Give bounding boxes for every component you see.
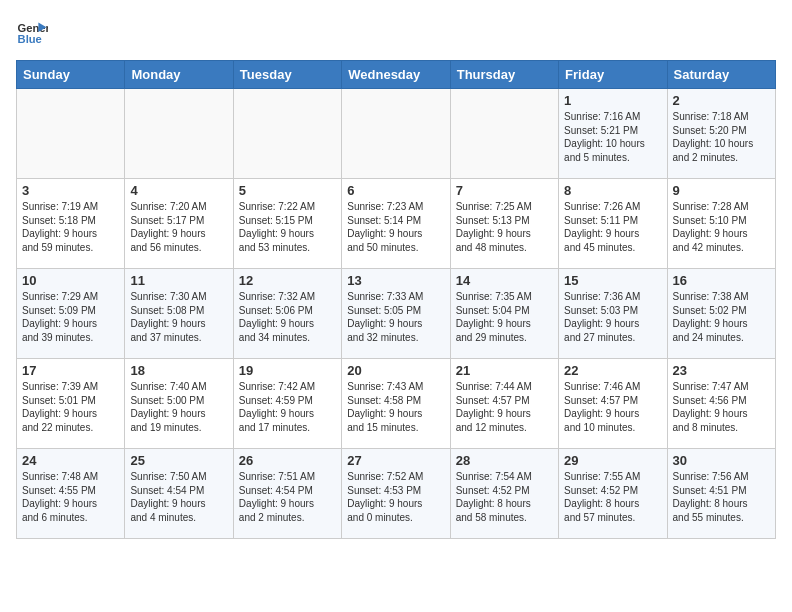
day-info: Sunrise: 7:22 AM Sunset: 5:15 PM Dayligh… [239, 200, 336, 254]
day-number: 10 [22, 273, 119, 288]
day-number: 11 [130, 273, 227, 288]
day-cell: 18Sunrise: 7:40 AM Sunset: 5:00 PM Dayli… [125, 359, 233, 449]
day-number: 27 [347, 453, 444, 468]
svg-text:Blue: Blue [18, 33, 42, 45]
day-number: 21 [456, 363, 553, 378]
day-cell: 29Sunrise: 7:55 AM Sunset: 4:52 PM Dayli… [559, 449, 667, 539]
week-row-2: 3Sunrise: 7:19 AM Sunset: 5:18 PM Daylig… [17, 179, 776, 269]
day-info: Sunrise: 7:55 AM Sunset: 4:52 PM Dayligh… [564, 470, 661, 524]
day-info: Sunrise: 7:56 AM Sunset: 4:51 PM Dayligh… [673, 470, 770, 524]
day-number: 7 [456, 183, 553, 198]
logo-icon: General Blue [16, 16, 48, 48]
day-cell: 26Sunrise: 7:51 AM Sunset: 4:54 PM Dayli… [233, 449, 341, 539]
day-cell: 9Sunrise: 7:28 AM Sunset: 5:10 PM Daylig… [667, 179, 775, 269]
day-number: 1 [564, 93, 661, 108]
day-info: Sunrise: 7:19 AM Sunset: 5:18 PM Dayligh… [22, 200, 119, 254]
week-row-5: 24Sunrise: 7:48 AM Sunset: 4:55 PM Dayli… [17, 449, 776, 539]
day-cell: 13Sunrise: 7:33 AM Sunset: 5:05 PM Dayli… [342, 269, 450, 359]
day-cell: 30Sunrise: 7:56 AM Sunset: 4:51 PM Dayli… [667, 449, 775, 539]
week-row-3: 10Sunrise: 7:29 AM Sunset: 5:09 PM Dayli… [17, 269, 776, 359]
day-cell: 2Sunrise: 7:18 AM Sunset: 5:20 PM Daylig… [667, 89, 775, 179]
day-cell: 1Sunrise: 7:16 AM Sunset: 5:21 PM Daylig… [559, 89, 667, 179]
day-info: Sunrise: 7:54 AM Sunset: 4:52 PM Dayligh… [456, 470, 553, 524]
day-number: 12 [239, 273, 336, 288]
day-cell: 16Sunrise: 7:38 AM Sunset: 5:02 PM Dayli… [667, 269, 775, 359]
day-number: 9 [673, 183, 770, 198]
header-cell-monday: Monday [125, 61, 233, 89]
day-info: Sunrise: 7:43 AM Sunset: 4:58 PM Dayligh… [347, 380, 444, 434]
day-cell: 6Sunrise: 7:23 AM Sunset: 5:14 PM Daylig… [342, 179, 450, 269]
day-cell: 3Sunrise: 7:19 AM Sunset: 5:18 PM Daylig… [17, 179, 125, 269]
logo: General Blue [16, 16, 52, 48]
day-number: 19 [239, 363, 336, 378]
day-number: 26 [239, 453, 336, 468]
day-info: Sunrise: 7:33 AM Sunset: 5:05 PM Dayligh… [347, 290, 444, 344]
day-number: 17 [22, 363, 119, 378]
day-number: 29 [564, 453, 661, 468]
day-cell: 7Sunrise: 7:25 AM Sunset: 5:13 PM Daylig… [450, 179, 558, 269]
day-cell: 24Sunrise: 7:48 AM Sunset: 4:55 PM Dayli… [17, 449, 125, 539]
day-info: Sunrise: 7:40 AM Sunset: 5:00 PM Dayligh… [130, 380, 227, 434]
day-info: Sunrise: 7:52 AM Sunset: 4:53 PM Dayligh… [347, 470, 444, 524]
day-cell: 17Sunrise: 7:39 AM Sunset: 5:01 PM Dayli… [17, 359, 125, 449]
day-info: Sunrise: 7:48 AM Sunset: 4:55 PM Dayligh… [22, 470, 119, 524]
day-number: 3 [22, 183, 119, 198]
day-cell: 10Sunrise: 7:29 AM Sunset: 5:09 PM Dayli… [17, 269, 125, 359]
header-cell-tuesday: Tuesday [233, 61, 341, 89]
day-cell: 12Sunrise: 7:32 AM Sunset: 5:06 PM Dayli… [233, 269, 341, 359]
day-info: Sunrise: 7:25 AM Sunset: 5:13 PM Dayligh… [456, 200, 553, 254]
day-number: 24 [22, 453, 119, 468]
header-cell-sunday: Sunday [17, 61, 125, 89]
day-cell [233, 89, 341, 179]
day-cell: 4Sunrise: 7:20 AM Sunset: 5:17 PM Daylig… [125, 179, 233, 269]
day-info: Sunrise: 7:46 AM Sunset: 4:57 PM Dayligh… [564, 380, 661, 434]
day-number: 4 [130, 183, 227, 198]
day-cell: 28Sunrise: 7:54 AM Sunset: 4:52 PM Dayli… [450, 449, 558, 539]
day-number: 23 [673, 363, 770, 378]
day-info: Sunrise: 7:23 AM Sunset: 5:14 PM Dayligh… [347, 200, 444, 254]
day-cell: 22Sunrise: 7:46 AM Sunset: 4:57 PM Dayli… [559, 359, 667, 449]
header-cell-friday: Friday [559, 61, 667, 89]
day-cell: 27Sunrise: 7:52 AM Sunset: 4:53 PM Dayli… [342, 449, 450, 539]
day-number: 30 [673, 453, 770, 468]
day-info: Sunrise: 7:38 AM Sunset: 5:02 PM Dayligh… [673, 290, 770, 344]
day-number: 28 [456, 453, 553, 468]
day-info: Sunrise: 7:44 AM Sunset: 4:57 PM Dayligh… [456, 380, 553, 434]
day-cell: 25Sunrise: 7:50 AM Sunset: 4:54 PM Dayli… [125, 449, 233, 539]
day-info: Sunrise: 7:50 AM Sunset: 4:54 PM Dayligh… [130, 470, 227, 524]
day-cell: 5Sunrise: 7:22 AM Sunset: 5:15 PM Daylig… [233, 179, 341, 269]
day-info: Sunrise: 7:36 AM Sunset: 5:03 PM Dayligh… [564, 290, 661, 344]
day-number: 8 [564, 183, 661, 198]
day-info: Sunrise: 7:47 AM Sunset: 4:56 PM Dayligh… [673, 380, 770, 434]
day-cell [17, 89, 125, 179]
day-info: Sunrise: 7:39 AM Sunset: 5:01 PM Dayligh… [22, 380, 119, 434]
day-cell: 8Sunrise: 7:26 AM Sunset: 5:11 PM Daylig… [559, 179, 667, 269]
day-cell [450, 89, 558, 179]
day-info: Sunrise: 7:18 AM Sunset: 5:20 PM Dayligh… [673, 110, 770, 164]
day-number: 18 [130, 363, 227, 378]
day-number: 20 [347, 363, 444, 378]
header-cell-wednesday: Wednesday [342, 61, 450, 89]
day-cell: 15Sunrise: 7:36 AM Sunset: 5:03 PM Dayli… [559, 269, 667, 359]
day-info: Sunrise: 7:26 AM Sunset: 5:11 PM Dayligh… [564, 200, 661, 254]
calendar-table: SundayMondayTuesdayWednesdayThursdayFrid… [16, 60, 776, 539]
day-info: Sunrise: 7:51 AM Sunset: 4:54 PM Dayligh… [239, 470, 336, 524]
day-number: 15 [564, 273, 661, 288]
header-cell-saturday: Saturday [667, 61, 775, 89]
day-number: 2 [673, 93, 770, 108]
day-cell: 20Sunrise: 7:43 AM Sunset: 4:58 PM Dayli… [342, 359, 450, 449]
day-cell: 23Sunrise: 7:47 AM Sunset: 4:56 PM Dayli… [667, 359, 775, 449]
day-cell: 14Sunrise: 7:35 AM Sunset: 5:04 PM Dayli… [450, 269, 558, 359]
day-info: Sunrise: 7:35 AM Sunset: 5:04 PM Dayligh… [456, 290, 553, 344]
day-number: 5 [239, 183, 336, 198]
day-cell: 11Sunrise: 7:30 AM Sunset: 5:08 PM Dayli… [125, 269, 233, 359]
day-number: 6 [347, 183, 444, 198]
day-number: 25 [130, 453, 227, 468]
header-row: SundayMondayTuesdayWednesdayThursdayFrid… [17, 61, 776, 89]
day-info: Sunrise: 7:42 AM Sunset: 4:59 PM Dayligh… [239, 380, 336, 434]
day-info: Sunrise: 7:30 AM Sunset: 5:08 PM Dayligh… [130, 290, 227, 344]
header-cell-thursday: Thursday [450, 61, 558, 89]
day-cell [125, 89, 233, 179]
day-info: Sunrise: 7:32 AM Sunset: 5:06 PM Dayligh… [239, 290, 336, 344]
day-cell: 19Sunrise: 7:42 AM Sunset: 4:59 PM Dayli… [233, 359, 341, 449]
